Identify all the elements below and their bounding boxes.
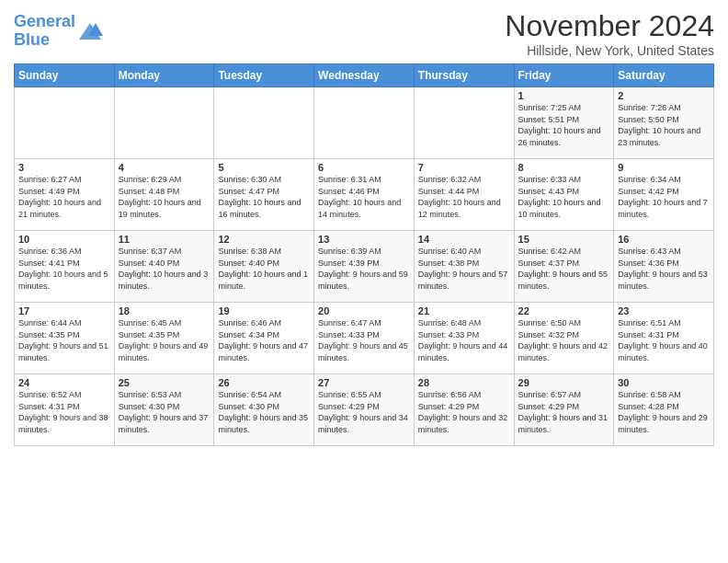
day-number: 2 bbox=[618, 90, 710, 101]
day-info: Sunrise: 6:40 AM Sunset: 4:38 PM Dayligh… bbox=[418, 246, 510, 292]
day-number: 17 bbox=[18, 305, 110, 316]
day-number: 29 bbox=[518, 377, 610, 388]
day-info: Sunrise: 6:46 AM Sunset: 4:34 PM Dayligh… bbox=[218, 317, 310, 363]
day-info: Sunrise: 6:56 AM Sunset: 4:29 PM Dayligh… bbox=[418, 389, 510, 435]
day-number: 3 bbox=[18, 162, 110, 173]
day-cell: 9Sunrise: 6:34 AM Sunset: 4:42 PM Daylig… bbox=[614, 159, 714, 231]
location-subtitle: Hillside, New York, United States bbox=[505, 43, 714, 58]
header-cell-wednesday: Wednesday bbox=[314, 64, 415, 87]
day-info: Sunrise: 6:54 AM Sunset: 4:30 PM Dayligh… bbox=[218, 389, 310, 435]
day-info: Sunrise: 6:45 AM Sunset: 4:35 PM Dayligh… bbox=[119, 317, 210, 363]
week-row-0: 1Sunrise: 7:25 AM Sunset: 5:51 PM Daylig… bbox=[15, 87, 714, 159]
day-info: Sunrise: 6:27 AM Sunset: 4:49 PM Dayligh… bbox=[18, 174, 110, 220]
day-info: Sunrise: 6:58 AM Sunset: 4:28 PM Dayligh… bbox=[618, 389, 710, 435]
day-info: Sunrise: 6:52 AM Sunset: 4:31 PM Dayligh… bbox=[18, 389, 110, 435]
day-cell: 20Sunrise: 6:47 AM Sunset: 4:33 PM Dayli… bbox=[314, 303, 415, 374]
day-number: 4 bbox=[119, 162, 210, 173]
day-info: Sunrise: 6:53 AM Sunset: 4:30 PM Dayligh… bbox=[119, 389, 210, 435]
day-cell: 3Sunrise: 6:27 AM Sunset: 4:49 PM Daylig… bbox=[15, 159, 115, 231]
week-row-3: 17Sunrise: 6:44 AM Sunset: 4:35 PM Dayli… bbox=[15, 303, 714, 374]
header-cell-monday: Monday bbox=[114, 64, 214, 87]
day-number: 7 bbox=[418, 162, 510, 173]
day-cell: 15Sunrise: 6:42 AM Sunset: 4:37 PM Dayli… bbox=[514, 231, 614, 303]
day-cell: 7Sunrise: 6:32 AM Sunset: 4:44 PM Daylig… bbox=[414, 159, 514, 231]
day-cell: 26Sunrise: 6:54 AM Sunset: 4:30 PM Dayli… bbox=[214, 374, 314, 446]
day-info: Sunrise: 6:32 AM Sunset: 4:44 PM Dayligh… bbox=[418, 174, 510, 220]
day-cell bbox=[114, 87, 214, 159]
day-cell: 11Sunrise: 6:37 AM Sunset: 4:40 PM Dayli… bbox=[114, 231, 214, 303]
day-info: Sunrise: 7:26 AM Sunset: 5:50 PM Dayligh… bbox=[618, 102, 710, 148]
day-number: 14 bbox=[418, 234, 510, 245]
day-cell: 6Sunrise: 6:31 AM Sunset: 4:46 PM Daylig… bbox=[314, 159, 415, 231]
day-number: 12 bbox=[218, 234, 310, 245]
day-info: Sunrise: 6:50 AM Sunset: 4:32 PM Dayligh… bbox=[518, 317, 610, 363]
day-info: Sunrise: 6:31 AM Sunset: 4:46 PM Dayligh… bbox=[318, 174, 410, 220]
header-cell-friday: Friday bbox=[514, 64, 614, 87]
day-number: 13 bbox=[318, 234, 410, 245]
week-row-2: 10Sunrise: 6:36 AM Sunset: 4:41 PM Dayli… bbox=[15, 231, 714, 303]
day-number: 9 bbox=[618, 162, 710, 173]
day-cell: 4Sunrise: 6:29 AM Sunset: 4:48 PM Daylig… bbox=[114, 159, 214, 231]
title-block: November 2024 Hillside, New York, United… bbox=[505, 9, 714, 58]
header: General Blue November 2024 Hillside, New… bbox=[14, 9, 714, 58]
day-number: 11 bbox=[119, 234, 210, 245]
page-container: General Blue November 2024 Hillside, New… bbox=[0, 0, 728, 455]
day-info: Sunrise: 6:38 AM Sunset: 4:40 PM Dayligh… bbox=[218, 246, 310, 292]
logo-icon bbox=[77, 21, 103, 41]
day-info: Sunrise: 6:44 AM Sunset: 4:35 PM Dayligh… bbox=[18, 317, 110, 363]
day-cell: 29Sunrise: 6:57 AM Sunset: 4:29 PM Dayli… bbox=[514, 374, 614, 446]
day-cell: 23Sunrise: 6:51 AM Sunset: 4:31 PM Dayli… bbox=[614, 303, 714, 374]
day-number: 6 bbox=[318, 162, 410, 173]
day-info: Sunrise: 6:48 AM Sunset: 4:33 PM Dayligh… bbox=[418, 317, 510, 363]
day-number: 20 bbox=[318, 305, 410, 316]
day-cell: 24Sunrise: 6:52 AM Sunset: 4:31 PM Dayli… bbox=[15, 374, 115, 446]
day-cell: 2Sunrise: 7:26 AM Sunset: 5:50 PM Daylig… bbox=[614, 87, 714, 159]
day-cell: 5Sunrise: 6:30 AM Sunset: 4:47 PM Daylig… bbox=[214, 159, 314, 231]
day-cell: 19Sunrise: 6:46 AM Sunset: 4:34 PM Dayli… bbox=[214, 303, 314, 374]
day-cell: 1Sunrise: 7:25 AM Sunset: 5:51 PM Daylig… bbox=[514, 87, 614, 159]
day-number: 21 bbox=[418, 305, 510, 316]
day-number: 23 bbox=[618, 305, 710, 316]
calendar-table: SundayMondayTuesdayWednesdayThursdayFrid… bbox=[14, 63, 714, 446]
day-cell: 18Sunrise: 6:45 AM Sunset: 4:35 PM Dayli… bbox=[114, 303, 214, 374]
day-cell: 13Sunrise: 6:39 AM Sunset: 4:39 PM Dayli… bbox=[314, 231, 415, 303]
day-cell: 12Sunrise: 6:38 AM Sunset: 4:40 PM Dayli… bbox=[214, 231, 314, 303]
day-cell bbox=[314, 87, 415, 159]
logo-text: General Blue bbox=[14, 13, 75, 50]
day-info: Sunrise: 6:29 AM Sunset: 4:48 PM Dayligh… bbox=[119, 174, 210, 220]
header-cell-tuesday: Tuesday bbox=[214, 64, 314, 87]
day-number: 18 bbox=[119, 305, 210, 316]
day-number: 8 bbox=[518, 162, 610, 173]
month-title: November 2024 bbox=[505, 9, 714, 43]
day-number: 30 bbox=[618, 377, 710, 388]
week-row-1: 3Sunrise: 6:27 AM Sunset: 4:49 PM Daylig… bbox=[15, 159, 714, 231]
day-cell bbox=[214, 87, 314, 159]
day-number: 1 bbox=[518, 90, 610, 101]
day-number: 27 bbox=[318, 377, 410, 388]
day-info: Sunrise: 6:36 AM Sunset: 4:41 PM Dayligh… bbox=[18, 246, 110, 292]
day-cell: 16Sunrise: 6:43 AM Sunset: 4:36 PM Dayli… bbox=[614, 231, 714, 303]
day-number: 26 bbox=[218, 377, 310, 388]
day-number: 10 bbox=[18, 234, 110, 245]
header-cell-sunday: Sunday bbox=[15, 64, 115, 87]
day-cell bbox=[15, 87, 115, 159]
day-info: Sunrise: 7:25 AM Sunset: 5:51 PM Dayligh… bbox=[518, 102, 610, 148]
day-cell: 28Sunrise: 6:56 AM Sunset: 4:29 PM Dayli… bbox=[414, 374, 514, 446]
day-info: Sunrise: 6:37 AM Sunset: 4:40 PM Dayligh… bbox=[119, 246, 210, 292]
calendar-body: 1Sunrise: 7:25 AM Sunset: 5:51 PM Daylig… bbox=[15, 87, 714, 446]
day-number: 22 bbox=[518, 305, 610, 316]
logo: General Blue bbox=[14, 13, 103, 50]
day-cell: 8Sunrise: 6:33 AM Sunset: 4:43 PM Daylig… bbox=[514, 159, 614, 231]
day-info: Sunrise: 6:57 AM Sunset: 4:29 PM Dayligh… bbox=[518, 389, 610, 435]
day-number: 28 bbox=[418, 377, 510, 388]
week-row-4: 24Sunrise: 6:52 AM Sunset: 4:31 PM Dayli… bbox=[15, 374, 714, 446]
day-number: 19 bbox=[218, 305, 310, 316]
day-number: 15 bbox=[518, 234, 610, 245]
day-info: Sunrise: 6:43 AM Sunset: 4:36 PM Dayligh… bbox=[618, 246, 710, 292]
header-cell-thursday: Thursday bbox=[414, 64, 514, 87]
day-cell: 21Sunrise: 6:48 AM Sunset: 4:33 PM Dayli… bbox=[414, 303, 514, 374]
day-number: 5 bbox=[218, 162, 310, 173]
day-cell: 10Sunrise: 6:36 AM Sunset: 4:41 PM Dayli… bbox=[15, 231, 115, 303]
day-cell: 14Sunrise: 6:40 AM Sunset: 4:38 PM Dayli… bbox=[414, 231, 514, 303]
day-info: Sunrise: 6:55 AM Sunset: 4:29 PM Dayligh… bbox=[318, 389, 410, 435]
